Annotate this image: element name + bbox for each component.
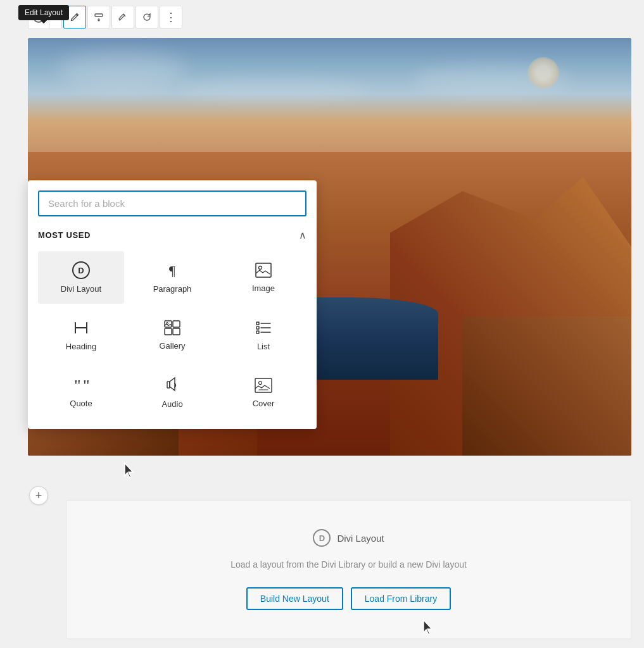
svg-rect-11: [256, 322, 259, 325]
erase-btn[interactable]: [111, 6, 134, 28]
most-used-section-header: Most Used ∧: [38, 229, 306, 241]
add-block-btn[interactable]: +: [29, 486, 48, 505]
block-label-list: List: [257, 342, 270, 351]
list-icon: [255, 319, 272, 337]
insert-below-btn[interactable]: [87, 6, 110, 28]
svg-rect-23: [255, 378, 272, 392]
image-icon: [255, 262, 272, 278]
block-item-heading[interactable]: Heading: [38, 309, 124, 361]
block-item-gallery[interactable]: Gallery: [129, 309, 215, 361]
svg-rect-7: [173, 321, 180, 327]
svg-text:¶: ¶: [169, 263, 175, 278]
block-item-divi-layout[interactable]: D Divi Layout: [38, 251, 124, 304]
divi-layout-section: D Divi Layout Load a layout from the Div…: [66, 500, 631, 639]
search-input[interactable]: [38, 190, 306, 216]
gallery-icon: [163, 320, 181, 336]
tooltip-text: Edit Layout: [25, 8, 63, 17]
svg-rect-2: [95, 14, 103, 16]
svg-rect-15: [256, 331, 259, 333]
block-item-cover[interactable]: Cover: [220, 366, 306, 419]
block-item-paragraph[interactable]: ¶ Paragraph: [129, 251, 215, 304]
more-options-btn[interactable]: ⋮: [160, 6, 182, 28]
svg-point-5: [259, 266, 262, 270]
block-inserter-panel: Most Used ∧ D Divi Layout: [28, 180, 317, 429]
block-label-divi-layout: Divi Layout: [61, 284, 101, 294]
svg-point-24: [259, 382, 262, 385]
divi-section-icon-label: D: [319, 533, 325, 543]
cover-icon: [254, 377, 273, 394]
load-from-library-btn[interactable]: Load From Library: [351, 587, 451, 610]
edit-layout-tooltip: Edit Layout: [18, 5, 69, 20]
block-item-image[interactable]: Image: [220, 251, 306, 304]
divi-section-title: Divi Layout: [337, 533, 384, 544]
block-label-gallery: Gallery: [159, 341, 185, 351]
heading-icon: [72, 319, 90, 337]
svg-rect-13: [256, 327, 259, 329]
quote-icon: " ": [72, 377, 91, 394]
refresh-btn[interactable]: [136, 6, 158, 28]
divi-layout-header: D Divi Layout: [313, 529, 384, 547]
audio-icon: [164, 377, 180, 394]
block-item-audio[interactable]: Audio: [129, 366, 215, 419]
block-label-paragraph: Paragraph: [153, 284, 192, 294]
block-label-quote: Quote: [70, 399, 92, 408]
block-item-list[interactable]: List: [220, 309, 306, 361]
divi-layout-icon: D: [72, 261, 90, 279]
build-new-layout-btn[interactable]: Build New Layout: [246, 587, 343, 610]
divi-layout-description: Load a layout from the Divi Library or b…: [230, 559, 467, 570]
block-label-cover: Cover: [253, 399, 275, 408]
divi-layout-buttons: Build New Layout Load From Library: [246, 587, 451, 610]
svg-text:": ": [74, 377, 81, 394]
block-grid: D Divi Layout ¶ Paragraph: [38, 251, 306, 419]
svg-rect-4: [256, 263, 271, 277]
divi-section-icon: D: [313, 529, 331, 547]
svg-rect-9: [173, 328, 180, 335]
block-item-quote[interactable]: " " Quote: [38, 366, 124, 419]
add-icon: +: [35, 489, 42, 502]
paragraph-icon: ¶: [163, 261, 181, 279]
svg-text:": ": [83, 377, 90, 394]
search-container: [38, 190, 306, 216]
block-label-audio: Audio: [161, 399, 182, 409]
block-label-heading: Heading: [66, 342, 96, 351]
section-collapse-btn[interactable]: ∧: [299, 229, 306, 241]
block-label-image: Image: [252, 284, 275, 293]
svg-rect-8: [165, 328, 172, 335]
section-title: Most Used: [38, 230, 91, 240]
